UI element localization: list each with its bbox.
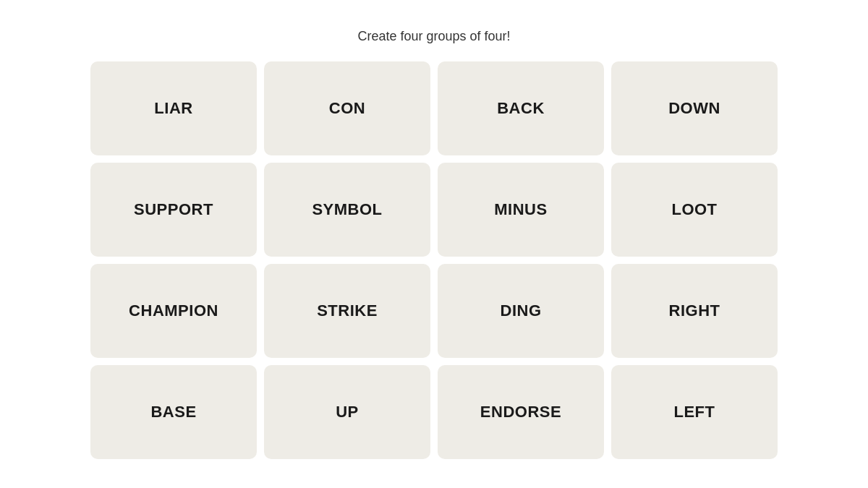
tile-label-up: UP	[336, 403, 359, 421]
tile-minus[interactable]: MINUS	[438, 163, 604, 257]
tile-label-champion: CHAMPION	[129, 301, 218, 320]
tile-label-down: DOWN	[668, 99, 720, 118]
tile-label-symbol: SYMBOL	[312, 200, 382, 219]
tile-label-ding: DING	[501, 301, 542, 320]
tile-con[interactable]: CON	[264, 61, 430, 155]
tile-endorse[interactable]: ENDORSE	[438, 365, 604, 459]
word-grid: LIARCONBACKDOWNSUPPORTSYMBOLMINUSLOOTCHA…	[90, 61, 778, 459]
page-subtitle: Create four groups of four!	[357, 29, 510, 44]
tile-symbol[interactable]: SYMBOL	[264, 163, 430, 257]
tile-liar[interactable]: LIAR	[90, 61, 257, 155]
tile-label-right: RIGHT	[669, 301, 720, 320]
tile-ding[interactable]: DING	[438, 264, 604, 358]
tile-label-left: LEFT	[674, 403, 715, 421]
tile-back[interactable]: BACK	[438, 61, 604, 155]
tile-label-loot: LOOT	[671, 200, 717, 219]
tile-up[interactable]: UP	[264, 365, 430, 459]
tile-label-strike: STRIKE	[317, 301, 378, 320]
tile-label-base: BASE	[150, 403, 196, 421]
tile-right[interactable]: RIGHT	[611, 264, 778, 358]
tile-left[interactable]: LEFT	[611, 365, 778, 459]
tile-strike[interactable]: STRIKE	[264, 264, 430, 358]
tile-label-endorse: ENDORSE	[480, 403, 561, 421]
tile-label-back: BACK	[497, 99, 545, 118]
tile-champion[interactable]: CHAMPION	[90, 264, 257, 358]
tile-base[interactable]: BASE	[90, 365, 257, 459]
tile-label-minus: MINUS	[494, 200, 547, 219]
tile-label-liar: LIAR	[154, 99, 192, 118]
tile-label-support: SUPPORT	[134, 200, 213, 219]
tile-label-con: CON	[329, 99, 365, 118]
tile-loot[interactable]: LOOT	[611, 163, 778, 257]
tile-down[interactable]: DOWN	[611, 61, 778, 155]
tile-support[interactable]: SUPPORT	[90, 163, 257, 257]
